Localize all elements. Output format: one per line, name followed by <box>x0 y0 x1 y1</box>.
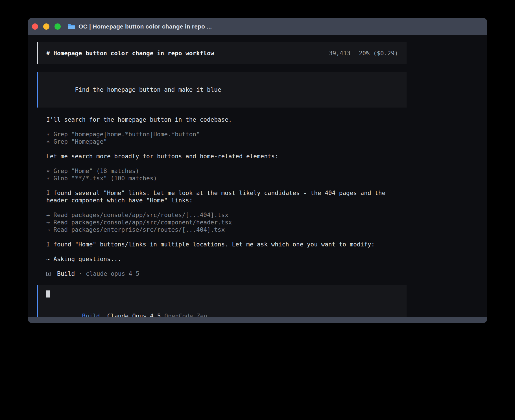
provider-name: OpenCode Zen <box>164 313 207 317</box>
terminal-window: OC | Homepage button color change in rep… <box>28 18 487 323</box>
window-title: OC | Homepage button color change in rep… <box>78 23 212 30</box>
transcript-block-tools: ∗ Grep "homepage|home.*button|Home.*butt… <box>46 131 397 145</box>
transcript-block-text: Let me search more broadly for buttons a… <box>46 153 397 160</box>
titlebar[interactable]: OC | Homepage button color change in rep… <box>28 18 487 35</box>
transcript-block-tools: → Read packages/console/app/src/routes/[… <box>46 211 397 233</box>
folder-icon <box>67 23 75 30</box>
minimize-button[interactable] <box>43 23 49 30</box>
token-count: 39,413 <box>329 50 350 57</box>
mode-indicator[interactable]: Build <box>82 313 100 317</box>
terminal-content: # Homepage button color change in repo w… <box>28 35 487 317</box>
context-usage: 20% ($0.29) <box>359 50 398 57</box>
agent-separator: · <box>78 270 82 277</box>
prompt-text-line[interactable] <box>46 290 398 298</box>
title-wrap: OC | Homepage button color change in rep… <box>67 23 212 30</box>
text-cursor <box>46 290 50 298</box>
transcript-line: I found "Home" buttons/links in multiple… <box>46 241 397 248</box>
close-button[interactable] <box>32 23 38 30</box>
session-stats: 39,413 20% ($0.29) <box>329 50 398 57</box>
transcript-line: ∗ Grep "Home" (18 matches) <box>46 167 397 175</box>
user-message-text: Find the homepage button and make it blu… <box>75 86 221 93</box>
transcript-block-text: I found "Home" buttons/links in multiple… <box>46 241 397 248</box>
transcript-line: → Read packages/console/app/src/componen… <box>46 219 397 226</box>
prompt-status-line: BuildClaude Opus 4.5OpenCode Zen <box>46 305 398 317</box>
transcript: I'll search for the homepage button in t… <box>37 108 407 263</box>
agent-name: Build <box>57 270 75 277</box>
transcript-line: Let me search more broadly for buttons a… <box>46 153 397 160</box>
prompt-input[interactable]: BuildClaude Opus 4.5OpenCode Zen <box>37 285 407 317</box>
transcript-block-tools: ∗ Grep "Home" (18 matches)∗ Glob "**/*.t… <box>46 167 397 182</box>
agent-badge: Build · claude-opus-4-5 <box>37 270 407 277</box>
session-header: # Homepage button color change in repo w… <box>37 42 407 64</box>
agent-mode-icon <box>46 272 51 276</box>
transcript-line: I'll search for the homepage button in t… <box>46 116 397 123</box>
transcript-block-text: I'll search for the homepage button in t… <box>46 116 397 123</box>
user-message: Find the homepage button and make it blu… <box>37 72 407 108</box>
transcript-block-text: ~ Asking questions... <box>46 255 397 263</box>
traffic-lights <box>32 23 61 30</box>
transcript-line: → Read packages/enterprise/src/routes/[.… <box>46 226 397 233</box>
model-name: Claude Opus 4.5 <box>107 313 161 317</box>
transcript-line: ∗ Grep "Homepage" <box>46 138 397 145</box>
transcript-line: → Read packages/console/app/src/routes/[… <box>46 211 397 219</box>
agent-model: claude-opus-4-5 <box>86 270 139 277</box>
transcript-line: I found several "Home" links. Let me loo… <box>46 189 397 204</box>
zoom-button[interactable] <box>54 23 61 30</box>
transcript-line: ∗ Glob "**/*.tsx" (100 matches) <box>46 175 397 182</box>
content-column: # Homepage button color change in repo w… <box>37 42 407 317</box>
transcript-block-text: I found several "Home" links. Let me loo… <box>46 189 397 204</box>
transcript-line: ∗ Grep "homepage|home.*button|Home.*butt… <box>46 131 397 138</box>
session-title: # Homepage button color change in repo w… <box>46 50 214 57</box>
transcript-line: ~ Asking questions... <box>46 255 397 263</box>
